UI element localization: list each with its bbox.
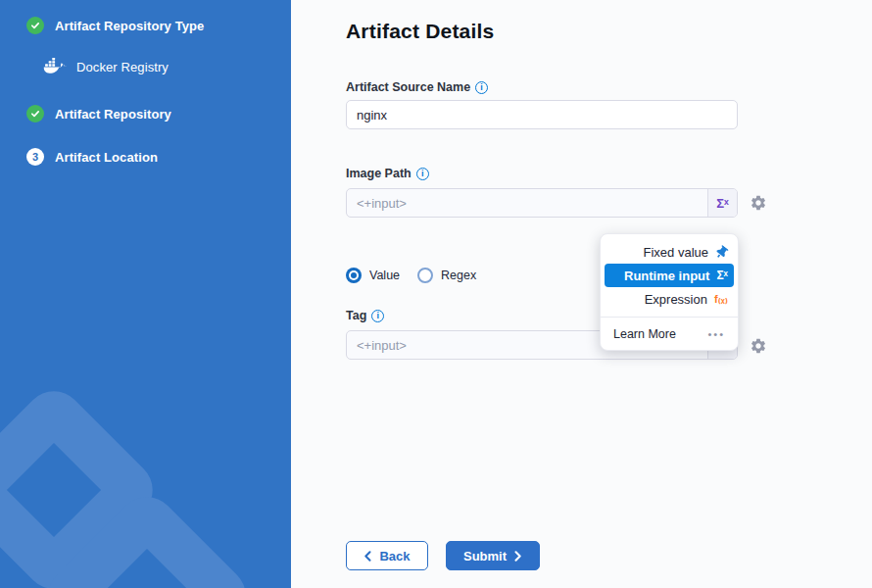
value-regex-radio-group: Value Regex bbox=[346, 268, 476, 283]
image-path-input[interactable] bbox=[347, 189, 707, 217]
menu-item-label: Runtime input bbox=[624, 269, 709, 283]
menu-item-label: Expression bbox=[645, 292, 707, 307]
step-label: Docker Registry bbox=[76, 60, 169, 74]
learn-more-link[interactable]: Learn More bbox=[613, 327, 676, 341]
radio-unselected-icon[interactable] bbox=[417, 268, 433, 283]
sidebar-substep-docker-registry[interactable]: Docker Registry bbox=[43, 58, 169, 76]
wizard-sidebar: Artifact Repository Type Docker Registry… bbox=[0, 0, 291, 588]
back-button-label: Back bbox=[379, 549, 410, 564]
gear-icon[interactable] bbox=[750, 337, 767, 355]
docker-whale-icon bbox=[43, 58, 68, 76]
check-icon bbox=[26, 105, 44, 122]
runtime-input-sigma-button[interactable]: Σˣ bbox=[707, 189, 737, 217]
submit-button-label: Submit bbox=[463, 549, 507, 564]
page-title: Artifact Details bbox=[346, 20, 494, 43]
info-icon[interactable]: i bbox=[475, 81, 488, 94]
menu-item-label: Fixed value bbox=[644, 245, 708, 260]
submit-button[interactable]: Submit bbox=[446, 541, 540, 570]
field-label-text: Artifact Source Name bbox=[346, 80, 470, 94]
step-label: Artifact Location bbox=[55, 150, 158, 165]
sigma-icon: Σˣ bbox=[716, 269, 728, 282]
artifact-source-name-label: Artifact Source Name i bbox=[346, 80, 488, 94]
fx-icon: f₍ₓ₎ bbox=[714, 293, 728, 306]
sidebar-step-artifact-location[interactable]: 3 Artifact Location bbox=[26, 148, 158, 166]
runtime-type-dropdown-menu: Fixed value Runtime input Σˣ Expression … bbox=[600, 233, 739, 351]
step-label: Artifact Repository Type bbox=[55, 19, 204, 33]
info-icon[interactable]: i bbox=[416, 168, 429, 180]
artifact-source-name-input[interactable] bbox=[346, 100, 738, 129]
step-number-badge: 3 bbox=[26, 148, 44, 166]
menu-item-fixed-value[interactable]: Fixed value bbox=[601, 240, 738, 264]
sidebar-step-artifact-repository[interactable]: Artifact Repository bbox=[26, 105, 171, 122]
menu-item-runtime-input[interactable]: Runtime input Σˣ bbox=[605, 264, 734, 287]
more-options-dots-icon[interactable]: ••• bbox=[707, 328, 725, 340]
image-path-label: Image Path i bbox=[346, 167, 429, 180]
radio-label: Regex bbox=[441, 269, 476, 282]
menu-footer: Learn More ••• bbox=[601, 318, 738, 350]
sidebar-step-artifact-repository-type[interactable]: Artifact Repository Type bbox=[26, 17, 204, 34]
image-path-input-group: Σˣ bbox=[346, 188, 738, 218]
back-button[interactable]: Back bbox=[346, 541, 428, 570]
gear-icon[interactable] bbox=[750, 194, 767, 212]
chevron-left-icon bbox=[363, 551, 372, 562]
chevron-right-icon bbox=[513, 551, 522, 562]
info-icon[interactable]: i bbox=[371, 310, 384, 322]
pin-icon bbox=[715, 246, 728, 259]
step-label: Artifact Repository bbox=[55, 107, 171, 122]
field-label-text: Tag bbox=[346, 309, 366, 322]
check-icon bbox=[26, 17, 44, 34]
radio-value[interactable]: Value bbox=[346, 268, 400, 283]
radio-label: Value bbox=[369, 269, 400, 282]
radio-regex[interactable]: Regex bbox=[417, 268, 476, 283]
menu-item-expression[interactable]: Expression f₍ₓ₎ bbox=[601, 287, 738, 311]
field-label-text: Image Path bbox=[346, 167, 412, 180]
radio-selected-icon[interactable] bbox=[346, 268, 362, 283]
tag-label: Tag i bbox=[346, 309, 384, 322]
